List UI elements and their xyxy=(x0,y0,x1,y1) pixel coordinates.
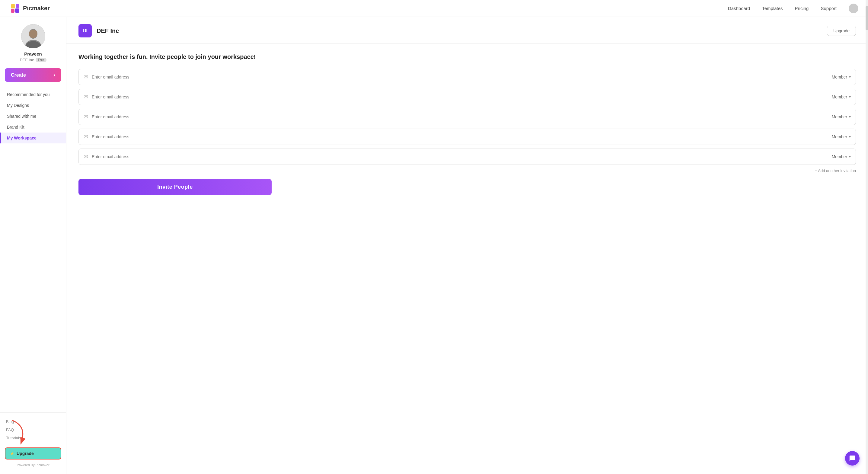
topnav: Picmaker Dashboard Templates Pricing Sup… xyxy=(0,0,868,17)
email-input-5[interactable] xyxy=(92,154,832,159)
add-invitation-link[interactable]: + Add another invitation xyxy=(79,169,856,173)
svg-rect-4 xyxy=(15,8,19,13)
user-name: Praveen xyxy=(24,51,42,56)
nav-dashboard[interactable]: Dashboard xyxy=(728,6,750,11)
app-name: Picmaker xyxy=(23,5,50,12)
create-arrow-icon: › xyxy=(54,72,55,78)
blog-link[interactable]: Blog xyxy=(6,418,60,426)
upgrade-label: Upgrade xyxy=(17,451,34,456)
sidebar-item-recommended[interactable]: Recommended for you xyxy=(0,89,66,100)
sidebar-item-shared[interactable]: Shared with me xyxy=(0,111,66,122)
email-icon-5: ✉ xyxy=(84,153,88,160)
invite-heading: Working together is fun. Invite people t… xyxy=(79,54,856,60)
main-content: DI DEF Inc Upgrade Working together is f… xyxy=(66,17,868,474)
layout: Praveen DEF Inc Free Create › Recommende… xyxy=(0,17,868,474)
powered-by: Powered By Picmaker xyxy=(0,461,66,469)
sidebar: Praveen DEF Inc Free Create › Recommende… xyxy=(0,17,66,474)
svg-rect-2 xyxy=(16,4,19,8)
chevron-down-icon-2: ▾ xyxy=(849,95,851,99)
avatar xyxy=(21,24,45,48)
invite-people-button[interactable]: Invite People xyxy=(79,179,272,195)
logo[interactable]: Picmaker xyxy=(10,3,50,14)
faq-link[interactable]: FAQ xyxy=(6,426,60,434)
chevron-down-icon-3: ▾ xyxy=(849,115,851,119)
chevron-down-icon-4: ▾ xyxy=(849,135,851,139)
sidebar-item-my-designs[interactable]: My Designs xyxy=(0,100,66,111)
workspace-title-row: DI DEF Inc xyxy=(79,24,119,37)
create-label: Create xyxy=(11,72,26,78)
workspace-header: DI DEF Inc Upgrade xyxy=(66,17,868,44)
scrollbar-track[interactable] xyxy=(866,0,868,474)
org-row: DEF Inc Free xyxy=(20,58,46,62)
email-input-1[interactable] xyxy=(92,75,832,80)
email-row-2: ✉ Member ▾ xyxy=(79,89,856,105)
svg-point-8 xyxy=(29,30,37,38)
email-row-5: ✉ Member ▾ xyxy=(79,149,856,165)
sidebar-footer: Blog FAQ Tutorials xyxy=(0,412,66,444)
create-button[interactable]: Create › xyxy=(5,68,61,82)
sidebar-item-brand-kit[interactable]: Brand Kit xyxy=(0,122,66,132)
logo-icon xyxy=(10,3,21,14)
email-row-1: ✉ Member ▾ xyxy=(79,69,856,85)
role-select-3[interactable]: Member ▾ xyxy=(832,114,851,119)
tutorials-link[interactable]: Tutorials xyxy=(6,434,60,442)
invite-section: Working together is fun. Invite people t… xyxy=(66,44,868,205)
nav-pricing[interactable]: Pricing xyxy=(795,6,809,11)
role-label-3: Member xyxy=(832,114,847,119)
email-icon-2: ✉ xyxy=(84,94,88,100)
nav-links: Dashboard Templates Pricing Support xyxy=(728,4,858,13)
nav-templates[interactable]: Templates xyxy=(762,6,783,11)
star-icon: ★ xyxy=(10,451,14,456)
svg-rect-1 xyxy=(11,4,15,8)
email-icon-4: ✉ xyxy=(84,134,88,140)
scrollbar-thumb[interactable] xyxy=(866,6,868,30)
chevron-down-icon-1: ▾ xyxy=(849,75,851,79)
email-row-4: ✉ Member ▾ xyxy=(79,129,856,145)
chat-icon xyxy=(849,455,856,462)
role-select-4[interactable]: Member ▾ xyxy=(832,135,851,139)
email-row-3: ✉ Member ▾ xyxy=(79,109,856,125)
email-input-3[interactable] xyxy=(92,114,832,119)
sidebar-profile: Praveen DEF Inc Free xyxy=(0,24,66,68)
sidebar-nav: Recommended for you My Designs Shared wi… xyxy=(0,89,66,412)
workspace-icon: DI xyxy=(79,24,92,37)
email-icon-1: ✉ xyxy=(84,74,88,80)
role-select-5[interactable]: Member ▾ xyxy=(832,154,851,159)
email-icon-3: ✉ xyxy=(84,114,88,120)
chat-bubble-button[interactable] xyxy=(845,451,860,466)
role-label-5: Member xyxy=(832,154,847,159)
role-select-1[interactable]: Member ▾ xyxy=(832,75,851,80)
role-label-1: Member xyxy=(832,75,847,80)
user-org: DEF Inc xyxy=(20,58,34,62)
role-select-2[interactable]: Member ▾ xyxy=(832,94,851,99)
role-label-2: Member xyxy=(832,94,847,99)
plan-badge: Free xyxy=(36,58,46,62)
workspace-upgrade-button[interactable]: Upgrade xyxy=(827,26,856,36)
workspace-name: DEF Inc xyxy=(97,27,119,34)
upgrade-section: ★ Upgrade Powered By Picmaker xyxy=(0,444,66,469)
email-input-4[interactable] xyxy=(92,135,832,139)
svg-rect-3 xyxy=(11,9,14,13)
sidebar-item-my-workspace[interactable]: My Workspace xyxy=(0,132,66,143)
chevron-down-icon-5: ▾ xyxy=(849,155,851,159)
nav-support[interactable]: Support xyxy=(820,6,837,11)
topnav-avatar[interactable] xyxy=(849,4,858,13)
role-label-4: Member xyxy=(832,135,847,139)
upgrade-button[interactable]: ★ Upgrade xyxy=(5,447,61,460)
email-input-2[interactable] xyxy=(92,94,832,99)
